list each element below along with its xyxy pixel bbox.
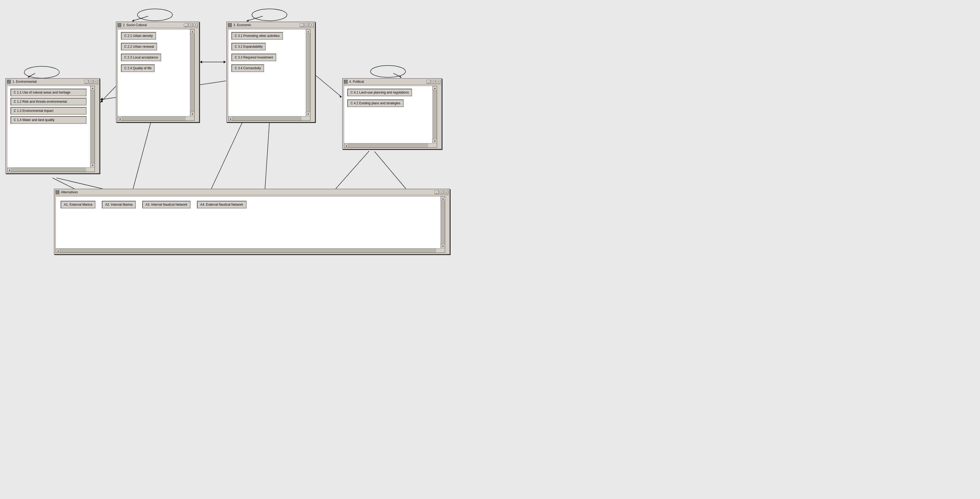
socio-maximize[interactable]: □ [189,23,193,27]
svg-marker-26 [339,95,342,97]
eco-minimize[interactable]: _ [300,23,304,27]
environmental-titlebar: 1. Environmental _ □ × [6,79,99,84]
eco-close[interactable]: × [309,23,313,27]
socio-cultural-content: C 2.1 Urban density C 2.2 Urban renewal … [118,29,194,75]
environmental-scrollbar-v[interactable]: ▲ ▼ [90,86,95,167]
socio-cultural-body: C 2.1 Urban density C 2.2 Urban renewal … [116,28,199,122]
svg-marker-11 [399,75,401,78]
env-item-1[interactable]: C 1.1 Use of natural areas and heritage [11,89,86,96]
environmental-window-icon [7,80,11,84]
socio-item-3[interactable]: C 2.3 Local acceptance [121,54,161,61]
environmental-maximize[interactable]: □ [89,80,93,84]
alt-minimize[interactable]: _ [434,190,439,194]
svg-marker-14 [224,61,226,63]
socio-close[interactable]: × [194,23,198,27]
svg-line-25 [316,75,342,97]
pol-scroll-down[interactable]: ▼ [433,139,437,143]
alt-scroll-down[interactable]: ▼ [441,244,445,248]
economic-body: C 3.1 Promoting other activities C 3.2 E… [227,28,315,122]
alt-item-1[interactable]: A1. External Marina [60,201,95,208]
svg-point-3 [137,9,172,21]
alt-close[interactable]: × [444,190,449,194]
svg-marker-5 [132,19,134,22]
alternatives-title: Alternatives [61,190,434,194]
environmental-controls: _ □ × [84,80,98,84]
svg-point-6 [252,9,287,21]
socio-scroll-down[interactable]: ▼ [190,112,194,116]
pol-scroll-left[interactable]: ◄ [344,144,348,148]
socio-item-4[interactable]: C 2.4 Quality of life [121,64,155,72]
economic-window-icon [228,23,232,27]
economic-content: C 3.1 Promoting other activities C 3.2 E… [228,29,310,75]
pol-minimize[interactable]: _ [426,80,431,84]
environmental-minimize[interactable]: _ [84,80,88,84]
socio-item-2[interactable]: C 2.2 Urban renewal [121,43,157,50]
alt-scrollbar-v[interactable]: ▲ ▼ [441,196,445,248]
eco-scrollbar-v[interactable]: ▲ ▼ [306,29,310,116]
alt-item-4[interactable]: A4. External Nautical Network [197,201,246,208]
environmental-content: C 1.1 Use of natural areas and heritage … [7,86,95,126]
svg-line-10 [393,73,401,77]
socio-minimize[interactable]: _ [184,23,188,27]
env-scroll-up[interactable]: ▲ [91,86,95,90]
alt-scroll-up[interactable]: ▲ [441,196,445,201]
political-title: 4. Political [349,80,426,84]
alt-item-3[interactable]: A3. Internal Nautical Network [142,201,191,208]
eco-scroll-down[interactable]: ▼ [306,112,310,116]
socio-cultural-title: 2. Socio-Cultural [123,23,184,27]
political-controls: _ □ × [426,80,440,84]
eco-scroll-left[interactable]: ◄ [228,117,232,121]
pol-item-1[interactable]: C 4.1 Land-use planning and regulations [347,89,412,96]
environmental-close[interactable]: × [94,80,98,84]
svg-point-9 [371,65,406,77]
pol-item-2[interactable]: C 4.2 Existing plans and strategies [347,99,404,107]
socio-scroll-left[interactable]: ◄ [118,117,122,121]
env-item-3[interactable]: C 1.3 Environmental impact [11,107,86,115]
pol-close[interactable]: × [436,80,440,84]
economic-controls: _ □ × [300,23,313,27]
eco-item-4[interactable]: C 3.4 Connectivity [231,64,264,72]
eco-item-3[interactable]: C 3.3 Required investment [231,54,276,61]
env-item-4[interactable]: C 1.4 Water and land quality [11,116,86,124]
pol-maximize[interactable]: □ [431,80,436,84]
economic-scroll-area: C 3.1 Promoting other activities C 3.2 E… [228,29,310,121]
socio-scrollbar-v[interactable]: ▲ ▼ [190,29,194,116]
env-scroll-down[interactable]: ▼ [91,163,95,167]
socio-cultural-scroll-area: C 2.1 Urban density C 2.2 Urban renewal … [118,29,194,121]
svg-line-7 [247,16,263,21]
svg-marker-22 [100,97,103,100]
env-scroll-left[interactable]: ◄ [7,168,11,172]
alternatives-controls: _ □ × [434,190,449,194]
socio-scrollbar-h[interactable]: ◄ ► [118,116,190,121]
svg-line-4 [132,16,148,21]
socio-scroll-up[interactable]: ▲ [190,29,194,34]
alt-maximize[interactable]: □ [439,190,444,194]
eco-scroll-up[interactable]: ▲ [306,29,310,34]
pol-scrollbar-h[interactable]: ◄ ► [344,143,433,147]
environmental-scroll-area: C 1.1 Use of natural areas and heritage … [7,86,95,172]
alt-item-2[interactable]: A2. Internal Marina [102,201,135,208]
alternatives-body: A1. External Marina A2. Internal Marina … [54,195,449,254]
economic-title: 3. Economic [233,23,300,27]
alternatives-window: Alternatives _ □ × A1. External Marina A… [54,189,450,255]
eco-maximize[interactable]: □ [304,23,309,27]
political-window-icon [344,80,348,84]
alt-scrollbar-h[interactable]: ◄ ► [56,248,441,253]
eco-item-1[interactable]: C 3.1 Promoting other activities [231,32,283,40]
political-content: C 4.1 Land-use planning and regulations … [344,86,437,110]
socio-item-1[interactable]: C 2.1 Urban density [121,32,156,40]
socio-cultural-window-icon [118,23,121,27]
alt-scroll-left[interactable]: ◄ [56,249,60,253]
alternatives-scroll-area: A1. External Marina A2. Internal Marina … [56,196,445,253]
svg-point-0 [24,66,59,78]
env-item-2[interactable]: C 1.2 Risk and threats environmental [11,98,86,105]
eco-scrollbar-h[interactable]: ◄ ► [228,116,306,121]
political-body: C 4.1 Land-use planning and regulations … [343,84,441,149]
alternatives-content: A1. External Marina A2. Internal Marina … [56,196,445,213]
pol-scrollbar-v[interactable]: ▲ ▼ [433,86,437,143]
environmental-scrollbar-h[interactable]: ◄ ► [7,167,90,172]
environmental-body: C 1.1 Use of natural areas and heritage … [6,84,99,173]
pol-scroll-up[interactable]: ▲ [433,86,437,90]
eco-item-2[interactable]: C 3.2 Expandability [231,43,266,50]
political-scroll-area: C 4.1 Land-use planning and regulations … [344,86,437,148]
